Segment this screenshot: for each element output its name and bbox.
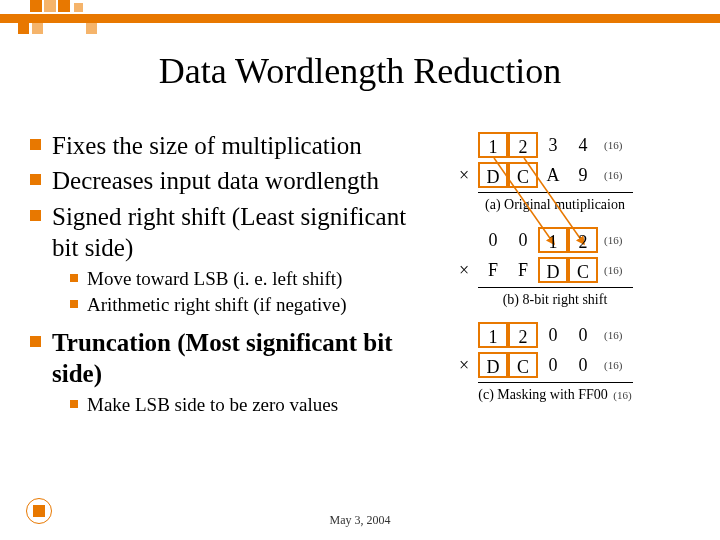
diagram-row-c1: 1 2 0 0 (16) [450,320,700,350]
subscript: (16) [604,139,622,151]
cell: D [478,352,508,378]
content-body: Fixes the size of multiplication Decreas… [30,130,420,427]
diagram-row-a2: × D C A 9 (16) [450,160,700,190]
slide-title: Data Wordlength Reduction [0,50,720,92]
cell: 0 [478,227,508,253]
diagram-row-a1: 1 2 3 4 (16) [450,130,700,160]
subbullet-3a: Move toward LSB (i. e. left shift) [70,267,420,291]
caption-a: (a) Original mutiplicaion [450,197,660,213]
cell: 0 [508,227,538,253]
cell: 4 [568,132,598,158]
caption-c: (c) Masking with FF00 (16) [450,387,660,403]
subscript: (16) [604,264,622,276]
bullet-1: Fixes the size of multiplication [30,130,420,161]
bullet-text: Fixes the size of multiplication [52,130,362,161]
multiply-icon: × [450,165,478,186]
cell: D [478,162,508,188]
bullet-text: Arithmetic right shift (if negative) [87,293,347,317]
subscript: (16) [613,389,631,401]
rule-line [478,192,633,193]
footer-date: May 3, 2004 [0,513,720,528]
rule-line [478,287,633,288]
bullet-icon [30,210,41,221]
bullet-text: Truncation (Most significant bit side) [52,327,420,390]
bullet-text: Move toward LSB (i. e. left shift) [87,267,342,291]
subscript: (16) [604,234,622,246]
bullet-icon [70,400,78,408]
caption-b: (b) 8-bit right shift [450,292,660,308]
cell: 9 [568,162,598,188]
multiply-icon: × [450,260,478,281]
cell: 0 [568,322,598,348]
bullet-icon [30,174,41,185]
diagram-row-c2: × D C 0 0 (16) [450,350,700,380]
bullet-text: Signed right shift (Least significant bi… [52,201,420,264]
rule-line [478,382,633,383]
cell: C [568,257,598,283]
cell: C [508,162,538,188]
cell: 0 [538,322,568,348]
cell: 0 [538,352,568,378]
bullet-text: Make LSB side to be zero values [87,393,338,417]
bullet-icon [70,274,78,282]
bullet-3: Signed right shift (Least significant bi… [30,201,420,264]
bullet-icon [70,300,78,308]
cell: F [478,257,508,283]
subbullet-4a: Make LSB side to be zero values [70,393,420,417]
cell: F [508,257,538,283]
cell: 0 [568,352,598,378]
cell: C [508,352,538,378]
multiply-icon: × [450,355,478,376]
bullet-4: Truncation (Most significant bit side) [30,327,420,390]
cell: 2 [508,132,538,158]
cell: 1 [478,132,508,158]
cell: 3 [538,132,568,158]
cell: D [538,257,568,283]
diagram: 1 2 3 4 (16) × D C A 9 (16) (a) Original… [450,130,700,415]
bullet-text: Decreases input data wordlength [52,165,379,196]
bullet-2: Decreases input data wordlength [30,165,420,196]
cell: 2 [508,322,538,348]
diagram-row-b1: 0 0 1 2 (16) [450,225,700,255]
bullet-icon [30,336,41,347]
subscript: (16) [604,169,622,181]
cell: A [538,162,568,188]
cell: 2 [568,227,598,253]
cell: 1 [538,227,568,253]
caption-text: (c) Masking with FF00 [478,387,608,402]
subscript: (16) [604,329,622,341]
header-decoration [0,0,720,40]
subbullet-3b: Arithmetic right shift (if negative) [70,293,420,317]
diagram-row-b2: × F F D C (16) [450,255,700,285]
bullet-icon [30,139,41,150]
cell: 1 [478,322,508,348]
subscript: (16) [604,359,622,371]
